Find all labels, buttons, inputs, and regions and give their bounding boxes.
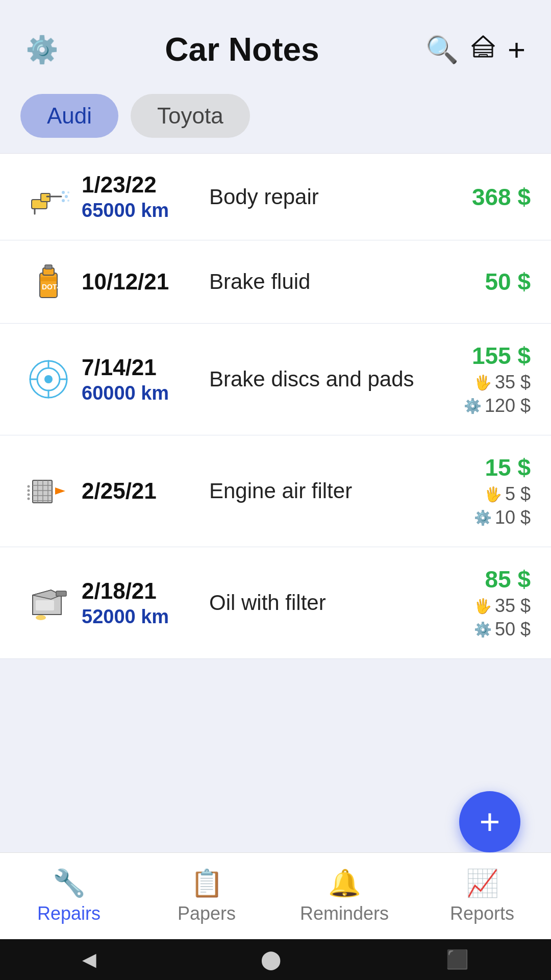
- repair-parts: ⚙️120 $: [434, 395, 531, 416]
- repair-parts: ⚙️10 $: [434, 507, 531, 528]
- repair-total: 85 $: [434, 566, 531, 593]
- svg-point-8: [62, 191, 65, 194]
- bottom-navigation: 🔧 Repairs 📋 Papers 🔔 Reminders 📈 Reports: [0, 852, 551, 939]
- svg-point-10: [62, 199, 65, 202]
- repair-date-area: 1/23/22 65000 km: [77, 172, 194, 222]
- repairs-label: Repairs: [37, 903, 101, 924]
- repair-labor: 🖐35 $: [434, 372, 531, 393]
- reports-icon: 📈: [466, 868, 499, 899]
- repair-item[interactable]: 1/23/22 65000 km Body repair 368 $: [0, 154, 551, 240]
- fab-plus-icon: +: [480, 804, 500, 840]
- repair-description: Brake discs and pads: [194, 367, 434, 391]
- android-nav-bar: ◀ ⬤ ⬛: [0, 939, 551, 980]
- repair-description: Body repair: [194, 185, 434, 209]
- svg-text:DOT4: DOT4: [42, 283, 61, 291]
- repair-icon-filter: [20, 468, 77, 514]
- back-button[interactable]: ◀: [82, 949, 96, 970]
- repair-date-area: 2/25/21: [77, 478, 194, 504]
- svg-point-35: [28, 489, 30, 492]
- repair-date: 1/23/22: [82, 172, 194, 198]
- repair-icon-spray: [20, 174, 77, 220]
- svg-point-36: [28, 494, 30, 496]
- repair-cost-area: 368 $: [434, 183, 531, 211]
- settings-icon[interactable]: ⚙️: [26, 34, 59, 65]
- repair-icon-disc: [20, 356, 77, 402]
- svg-point-20: [44, 375, 53, 383]
- repair-total: 368 $: [434, 183, 531, 211]
- add-header-icon[interactable]: +: [508, 32, 525, 67]
- repair-list: 1/23/22 65000 km Body repair 368 $ DOT4 …: [0, 153, 551, 659]
- svg-marker-33: [55, 487, 65, 495]
- add-repair-fab[interactable]: +: [459, 791, 520, 852]
- svg-point-37: [28, 498, 30, 500]
- papers-icon: 📋: [190, 868, 223, 899]
- repair-cost-area: 155 $ 🖐35 $ ⚙️120 $: [434, 342, 531, 416]
- svg-point-11: [67, 191, 69, 193]
- repair-item[interactable]: 2/25/21 Engine air filter 15 $ 🖐5 $ ⚙️10…: [0, 435, 551, 547]
- svg-rect-15: [45, 265, 52, 269]
- repair-date: 2/18/21: [82, 578, 194, 604]
- repair-total: 155 $: [434, 342, 531, 370]
- nav-reports[interactable]: 📈 Reports: [413, 860, 551, 933]
- svg-point-41: [36, 615, 46, 620]
- repair-date-area: 7/14/21 60000 km: [77, 355, 194, 404]
- repair-date: 2/25/21: [82, 478, 194, 504]
- tab-toyota[interactable]: Toyota: [131, 94, 250, 138]
- repair-km: 65000 km: [82, 200, 194, 222]
- svg-rect-40: [56, 591, 66, 596]
- papers-label: Papers: [178, 903, 236, 924]
- repair-labor: 🖐5 $: [434, 483, 531, 505]
- garage-icon[interactable]: [469, 32, 497, 67]
- car-tabs: Audi Toyota: [0, 84, 551, 153]
- svg-rect-5: [41, 193, 50, 202]
- home-button[interactable]: ⬤: [261, 949, 281, 970]
- repairs-icon: 🔧: [53, 868, 86, 899]
- repair-cost-area: 50 $: [434, 268, 531, 296]
- repair-total: 15 $: [434, 454, 531, 481]
- svg-point-9: [65, 195, 68, 198]
- search-icon[interactable]: 🔍: [425, 34, 459, 65]
- reminders-icon: 🔔: [328, 868, 361, 899]
- app-header: ⚙️ Car Notes 🔍 +: [0, 0, 551, 84]
- repair-cost-area: 85 $ 🖐35 $ ⚙️50 $: [434, 566, 531, 640]
- repair-icon-oil: [20, 580, 77, 626]
- svg-point-12: [67, 200, 69, 202]
- repair-date-area: 2/18/21 52000 km: [77, 578, 194, 628]
- nav-repairs[interactable]: 🔧 Repairs: [0, 860, 138, 933]
- repair-date-area: 10/12/21: [77, 269, 194, 295]
- svg-rect-25: [33, 480, 52, 503]
- repair-parts: ⚙️50 $: [434, 619, 531, 640]
- svg-point-34: [28, 485, 30, 488]
- nav-papers[interactable]: 📋 Papers: [138, 860, 276, 933]
- repair-date: 10/12/21: [82, 269, 194, 295]
- repair-total: 50 $: [434, 268, 531, 296]
- repair-item[interactable]: DOT4 10/12/21 Brake fluid 50 $: [0, 240, 551, 324]
- app-title: Car Notes: [64, 31, 420, 68]
- repair-icon-fluid: DOT4: [20, 259, 77, 305]
- repair-km: 52000 km: [82, 606, 194, 628]
- repair-labor: 🖐35 $: [434, 595, 531, 617]
- svg-rect-42: [36, 600, 54, 610]
- repair-km: 60000 km: [82, 382, 194, 404]
- svg-rect-3: [479, 55, 487, 57]
- repair-description: Oil with filter: [194, 591, 434, 615]
- repair-item[interactable]: 7/14/21 60000 km Brake discs and pads 15…: [0, 324, 551, 435]
- repair-item[interactable]: 2/18/21 52000 km Oil with filter 85 $ 🖐3…: [0, 547, 551, 659]
- recents-button[interactable]: ⬛: [446, 949, 469, 970]
- tab-audi[interactable]: Audi: [20, 94, 118, 138]
- repair-description: Engine air filter: [194, 479, 434, 503]
- reminders-label: Reminders: [300, 903, 389, 924]
- repair-description: Brake fluid: [194, 270, 434, 294]
- svg-rect-17: [40, 277, 57, 281]
- repair-date: 7/14/21: [82, 355, 194, 380]
- reports-label: Reports: [450, 903, 514, 924]
- repair-cost-area: 15 $ 🖐5 $ ⚙️10 $: [434, 454, 531, 528]
- nav-reminders[interactable]: 🔔 Reminders: [276, 860, 413, 933]
